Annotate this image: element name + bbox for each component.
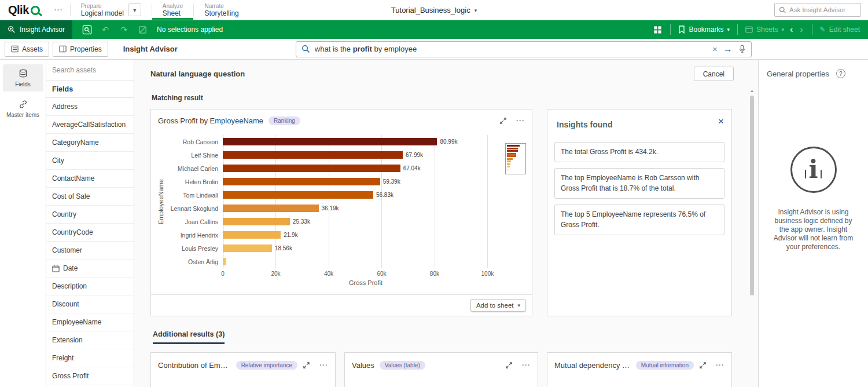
close-insights-button[interactable]: ×	[718, 116, 724, 126]
bar[interactable]	[223, 205, 319, 212]
expand-icon[interactable]	[505, 362, 513, 369]
link-icon	[19, 100, 28, 109]
field-item[interactable]: ContactName	[46, 170, 134, 188]
field-item[interactable]: Extension	[46, 331, 134, 349]
bar[interactable]	[223, 165, 400, 172]
field-item[interactable]: Description	[46, 278, 134, 295]
app-title-button[interactable]: Tutorial_Business_logic ▾	[391, 0, 477, 20]
x-tick-label: 80k	[430, 271, 439, 277]
microphone-button[interactable]	[738, 45, 746, 54]
bar[interactable]	[223, 258, 226, 265]
insight-advisor-logo: i	[790, 147, 837, 193]
bar-value-label: 67.04k	[403, 165, 421, 171]
add-to-sheet-label: Add to sheet	[476, 302, 514, 309]
sheets-label: Sheets	[756, 25, 778, 34]
result-chart-card: Gross Profit by EmployeeName Ranking ⋯ E…	[150, 109, 532, 316]
properties-tab-button[interactable]: Properties	[53, 42, 108, 57]
scroll-up-arrow[interactable]: ▲	[750, 89, 754, 93]
bar[interactable]	[223, 191, 373, 199]
edit-sheet-button[interactable]: ✎ Edit sheet	[818, 25, 862, 34]
ask-insight-advisor-input[interactable]	[789, 6, 856, 13]
vertical-scrollbar[interactable]: ▲	[749, 90, 755, 384]
next-sheet-button[interactable]: ›	[796, 25, 806, 34]
qlik-magnifier-icon	[31, 6, 40, 15]
bar[interactable]	[223, 218, 290, 225]
chart-plot: 80.99k67.99k67.04k59.39k56.83k36.19k25.3…	[223, 135, 509, 268]
field-item[interactable]: Freight	[46, 349, 134, 367]
field-item[interactable]: Discount	[46, 295, 134, 313]
field-item[interactable]: Customer	[46, 242, 134, 260]
chart-suggestions-grid-button[interactable]	[650, 23, 665, 36]
previous-sheet-button[interactable]: ‹	[786, 25, 796, 34]
add-to-sheet-button[interactable]: Add to sheet ▾	[470, 299, 526, 312]
card-menu-button[interactable]: ⋯	[521, 360, 531, 370]
card-menu-button[interactable]: ⋯	[715, 360, 724, 370]
navigator-bar	[507, 155, 516, 157]
selections-toolbar: Insight Advisor ↶ ↷ No selections applie…	[0, 20, 868, 39]
field-item-label: Customer	[52, 246, 82, 254]
help-button[interactable]: ?	[836, 69, 845, 78]
bar-row: 25.33k	[223, 215, 509, 228]
qlik-logo-text: Qlik	[8, 3, 29, 17]
sheets-button[interactable]: Sheets ▾	[743, 25, 786, 34]
scrollbar-thumb[interactable]	[750, 96, 754, 295]
bar[interactable]	[223, 138, 437, 145]
bar[interactable]	[223, 178, 380, 185]
logical-model-dropdown-button[interactable]: ▾	[128, 3, 141, 16]
insight-item: The top EmployeeName is Rob Carsson with…	[554, 168, 724, 199]
bar-value-label: 67.99k	[406, 152, 423, 158]
field-item-label: ContactName	[52, 174, 94, 182]
expand-icon[interactable]	[303, 362, 310, 369]
field-item[interactable]: CategoryName	[46, 134, 134, 152]
clear-search-button[interactable]: ×	[712, 44, 718, 54]
field-item[interactable]: Country	[46, 206, 134, 224]
insight-advisor-button[interactable]: Insight Advisor	[0, 20, 72, 39]
field-item[interactable]: AverageCallSatisfaction	[46, 116, 134, 134]
step-forward-button[interactable]: ↷	[116, 23, 131, 36]
bar[interactable]	[223, 151, 403, 159]
field-item[interactable]: Cost of Sale	[46, 188, 134, 206]
expand-icon[interactable]	[499, 117, 507, 125]
expand-icon[interactable]	[699, 362, 707, 369]
field-item-label: EmployeeName	[52, 318, 101, 326]
divider	[812, 24, 812, 35]
bookmarks-button[interactable]: Bookmarks ▾	[676, 25, 732, 34]
field-item-label: Gross Profit	[52, 372, 89, 380]
global-menu-button[interactable]: ⋯	[47, 0, 70, 20]
ask-insight-advisor-box[interactable]	[774, 3, 861, 17]
field-item[interactable]: City	[46, 152, 134, 170]
card-badge: Relative importance	[236, 361, 297, 370]
step-back-button[interactable]: ↶	[98, 23, 113, 36]
additional-results-tab[interactable]: Additional results (3)	[153, 330, 225, 344]
chart-menu-button[interactable]: ⋯	[516, 115, 525, 126]
navigator-bar	[507, 169, 507, 170]
navigator-bar	[507, 166, 510, 167]
card-title: Mutual dependency bet...	[554, 361, 631, 370]
sidebar-item-master-items[interactable]: Master items	[3, 95, 43, 122]
sidebar-item-fields[interactable]: Fields	[3, 64, 43, 92]
card-menu-button[interactable]: ⋯	[319, 360, 328, 370]
field-item-label: Country	[52, 210, 76, 218]
navigator-bar	[507, 160, 511, 162]
cancel-button[interactable]: Cancel	[694, 67, 734, 81]
bar[interactable]	[223, 231, 281, 239]
search-assets-box[interactable]	[46, 60, 134, 81]
submit-search-button[interactable]: →	[723, 44, 733, 54]
nav-narrate[interactable]: Narrate Storytelling	[194, 0, 249, 20]
search-assets-input[interactable]	[52, 66, 128, 74]
nav-analyze[interactable]: Analyze Sheet	[152, 0, 194, 20]
field-item-label: Extension	[52, 336, 83, 344]
clear-selections-button[interactable]	[135, 23, 150, 36]
field-item[interactable]: Address	[46, 98, 134, 116]
assets-tab-button[interactable]: Assets	[5, 42, 49, 57]
nav-prepare[interactable]: Prepare Logical model ▾	[71, 0, 152, 20]
field-item[interactable]: Date	[46, 260, 134, 278]
bar[interactable]	[223, 244, 272, 252]
left-rail: Fields Master items	[0, 60, 46, 387]
selections-tool-button[interactable]	[79, 23, 94, 36]
field-item[interactable]: EmployeeName	[46, 313, 134, 331]
field-item[interactable]: Gross Profit	[46, 367, 134, 385]
field-item[interactable]: CountryCode	[46, 224, 134, 242]
chart-navigator[interactable]	[505, 143, 526, 174]
nlq-search-field[interactable]: what is the profit by employee × →	[296, 41, 752, 57]
